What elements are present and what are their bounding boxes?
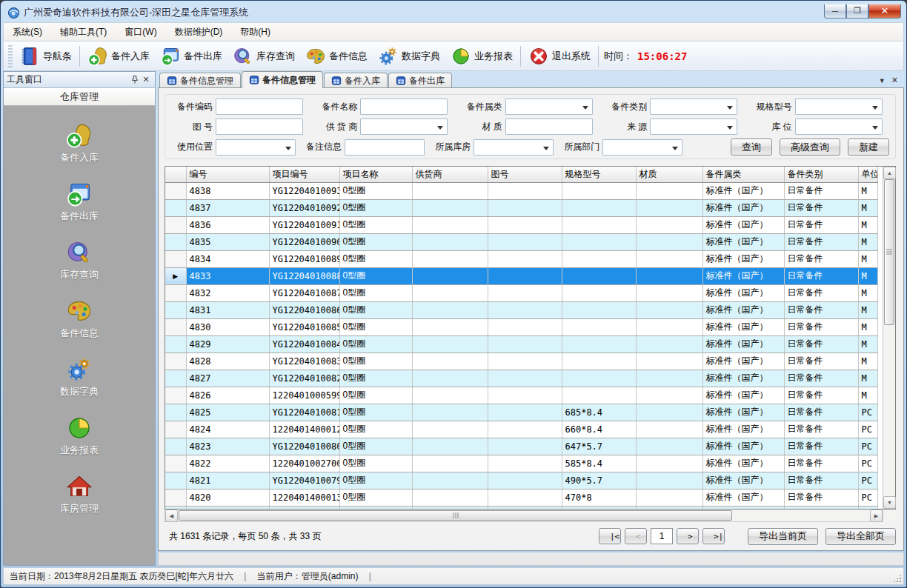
prev-page-button[interactable]: < xyxy=(625,528,647,544)
remark-input[interactable] xyxy=(345,139,425,156)
scroll-down-icon[interactable]: ▼ xyxy=(883,496,896,509)
tab-2[interactable]: 备件入库 xyxy=(324,73,388,88)
part-category-select[interactable] xyxy=(505,98,593,115)
sidebar-item-warehouse-mgmt[interactable]: 库房管理 xyxy=(4,473,155,515)
page-number-input[interactable]: 1 xyxy=(651,528,673,544)
vertical-scroll-thumb[interactable] xyxy=(884,179,894,325)
table-row[interactable]: 4831YG122040100860型圈标准件（国产）日常备件M xyxy=(165,301,877,318)
new-button[interactable]: 新建 xyxy=(848,138,889,156)
menu-item-0[interactable]: 系统(S) xyxy=(4,23,51,41)
row-selector-cell[interactable] xyxy=(165,370,186,387)
part-name-input[interactable] xyxy=(360,98,448,115)
column-header-6[interactable]: 材质 xyxy=(636,167,702,182)
resize-grip[interactable] xyxy=(894,575,901,582)
row-selector-cell[interactable]: ▶ xyxy=(165,267,186,284)
source-select[interactable] xyxy=(650,118,737,135)
close-button[interactable]: ✕ xyxy=(868,4,901,19)
column-header-2[interactable]: 项目名称 xyxy=(339,167,412,182)
table-row[interactable]: 4834YG122040100890型圈标准件（国产）日常备件M xyxy=(165,250,877,267)
row-selector-cell[interactable] xyxy=(165,335,186,353)
row-selector-cell[interactable] xyxy=(165,404,186,421)
sidebar-item-biz-report[interactable]: 业务报表 xyxy=(4,415,155,457)
supplier-select[interactable] xyxy=(360,118,448,135)
scroll-right-icon[interactable]: ▶ xyxy=(870,510,883,522)
part-class-select[interactable] xyxy=(650,98,737,115)
spec-model-select[interactable] xyxy=(795,98,883,115)
drawing-no-input[interactable] xyxy=(216,118,303,135)
row-selector-cell[interactable] xyxy=(165,216,186,233)
table-row[interactable]: 4827YG122040100820型圈标准件（国产）日常备件M xyxy=(165,370,877,387)
tab-1-active[interactable]: 备件信息管理 xyxy=(242,71,323,88)
toolbar-stock-query-button[interactable]: 库存查询 xyxy=(227,44,300,68)
toolbar-navigator-button[interactable]: 导航条 xyxy=(14,44,77,68)
advanced-query-button[interactable]: 高级查询 xyxy=(780,138,840,156)
pin-icon[interactable] xyxy=(130,75,140,85)
location-select[interactable] xyxy=(795,118,883,135)
toolbar-biz-report-button[interactable]: 业务报表 xyxy=(445,44,518,68)
department-select[interactable] xyxy=(602,139,682,156)
table-row[interactable]: 4828YG122040100830型圈标准件（国产）日常备件M xyxy=(165,353,877,370)
scroll-up-icon[interactable]: ▲ xyxy=(883,167,896,179)
horizontal-scrollbar[interactable]: ◀ ▶ xyxy=(165,510,883,522)
column-header-5[interactable]: 规格型号 xyxy=(562,167,636,182)
query-button[interactable]: 查询 xyxy=(731,138,772,156)
minimize-button[interactable]: ─ xyxy=(824,4,846,19)
tab-close-icon[interactable]: ✕ xyxy=(891,76,898,85)
table-row[interactable]: 4837YG122040100920型圈标准件（国产）日常备件M xyxy=(165,199,877,216)
table-row[interactable]: 4823YG122040100800型圈647*5.7标准件（国产）日常备件PC xyxy=(165,438,877,455)
table-row[interactable]: 482212204010027000型圈585*8.4标准件（国产）日常备件PC xyxy=(165,455,877,472)
table-row[interactable]: 4825YG122040100810型圈685*8.4标准件（国产）日常备件PC xyxy=(165,404,877,421)
menu-item-4[interactable]: 帮助(H) xyxy=(231,23,279,41)
row-selector-cell[interactable] xyxy=(165,455,186,472)
tab-0[interactable]: 备件信息管理 xyxy=(159,73,241,88)
table-row-selected[interactable]: ▶4833YG122040100880型圈标准件（国产）日常备件M xyxy=(165,267,877,284)
table-row[interactable]: 4821YG122040100790型圈490*5.7标准件（国产）日常备件PC xyxy=(165,472,877,489)
export-current-page-button[interactable]: 导出当前页 xyxy=(748,528,818,545)
vertical-scrollbar[interactable]: ▲ ▼ xyxy=(883,167,895,509)
material-input[interactable] xyxy=(505,118,593,135)
table-row[interactable]: 4835YG122040100900型圈标准件（国产）日常备件M xyxy=(165,233,877,250)
use-position-select[interactable] xyxy=(216,139,296,156)
table-row[interactable]: 4838YG122040100930型圈标准件（国产）日常备件M xyxy=(165,182,877,199)
column-header-1[interactable]: 项目编号 xyxy=(269,167,339,182)
horizontal-scroll-thumb[interactable] xyxy=(179,510,732,521)
sidebar-item-part-info[interactable]: 备件信息 xyxy=(4,298,155,340)
toolbar-data-dict-button[interactable]: 数据字典 xyxy=(373,44,445,68)
row-selector-cell[interactable] xyxy=(165,472,186,489)
row-selector-cell[interactable] xyxy=(165,301,186,318)
table-row[interactable]: 482412204014000120型圈660*8.4标准件（国产）日常备件PC xyxy=(165,421,877,438)
sidebar-item-stock-query[interactable]: 库存查询 xyxy=(4,239,155,281)
table-row[interactable]: 482612204010005990型圈标准件（国产）日常备件M xyxy=(165,387,877,404)
column-header-9[interactable]: 单位 xyxy=(858,167,877,182)
table-row[interactable]: 482012204014000130型圈470*8标准件（国产）日常备件PC xyxy=(165,489,877,506)
sidebar-item-part-inbound[interactable]: 备件入库 xyxy=(4,122,155,164)
warehouse-select[interactable] xyxy=(474,139,554,156)
row-selector-cell[interactable] xyxy=(165,318,186,335)
toolbar-exit-system-button[interactable]: 退出系统 xyxy=(523,44,596,68)
column-header-0[interactable]: 编号 xyxy=(186,167,269,182)
next-page-button[interactable]: > xyxy=(677,528,699,544)
row-selector-cell[interactable] xyxy=(165,182,186,199)
sidebar-item-data-dict[interactable]: 数据字典 xyxy=(4,356,155,398)
maximize-button[interactable]: ❐ xyxy=(846,4,868,19)
row-selector-cell[interactable] xyxy=(165,353,186,370)
tool-window-close-icon[interactable]: ✕ xyxy=(140,74,152,86)
row-selector-cell[interactable] xyxy=(165,387,186,404)
row-selector-cell[interactable] xyxy=(165,250,186,267)
tab-list-dropdown-icon[interactable]: ▼ xyxy=(879,77,886,84)
menu-item-3[interactable]: 数据维护(D) xyxy=(166,23,232,41)
row-selector-cell[interactable] xyxy=(165,489,186,506)
column-header-7[interactable]: 备件属类 xyxy=(702,167,784,182)
row-selector-cell[interactable] xyxy=(165,233,186,250)
toolbar-part-info-button[interactable]: 备件信息 xyxy=(300,44,373,68)
last-page-button[interactable]: >| xyxy=(702,528,725,544)
sidebar-item-part-outbound[interactable]: 备件出库 xyxy=(4,181,155,223)
part-code-input[interactable] xyxy=(216,98,303,115)
toolbar-part-outbound-button[interactable]: 备件出库 xyxy=(155,44,227,68)
row-selector-cell[interactable] xyxy=(165,438,186,455)
column-header-3[interactable]: 供货商 xyxy=(412,167,488,182)
first-page-button[interactable]: |< xyxy=(599,528,621,544)
column-header-4[interactable]: 图号 xyxy=(488,167,562,182)
table-row[interactable]: 4829YG122040100840型圈标准件（国产）日常备件M xyxy=(165,335,877,353)
row-selector-cell[interactable] xyxy=(165,199,186,216)
